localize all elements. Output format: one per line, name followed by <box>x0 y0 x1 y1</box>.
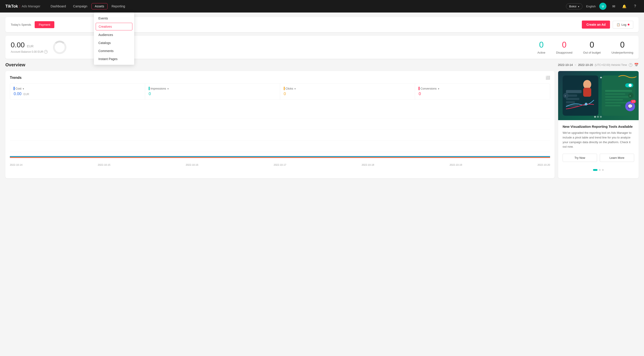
dropdown-catalogs[interactable]: Catalogs <box>94 39 134 47</box>
svg-text:›: › <box>630 94 630 97</box>
side-card-buttons: Try Now Learn More <box>562 154 634 162</box>
nav-dashboard[interactable]: Dashboard <box>48 3 69 9</box>
help-icon[interactable]: ? <box>632 3 639 10</box>
impressions-bar-indicator <box>149 87 150 90</box>
account-balance: Account Balance 0.00 EUR ? <box>11 50 48 54</box>
dropdown-events[interactable]: Events <box>94 14 134 22</box>
side-card-description: We've upgraded the reporting tool on Ads… <box>562 131 634 149</box>
language-selector[interactable]: English <box>586 5 596 8</box>
cost-bar-indicator <box>14 87 14 90</box>
svg-rect-17 <box>605 90 632 92</box>
metric-impressions[interactable]: Impressions 0 <box>145 84 280 99</box>
side-card-image: ✦ ‹ › <box>558 71 639 120</box>
log-dot-indicator <box>628 24 630 25</box>
overview-title: Overview <box>5 62 25 67</box>
svg-point-28 <box>563 93 569 98</box>
try-now-button[interactable]: Try Now <box>562 154 597 162</box>
metric-clicks[interactable]: Clicks 0 <box>280 84 415 99</box>
nav-reporting[interactable]: Reporting <box>108 3 128 9</box>
calendar-icon[interactable]: 📅 <box>634 63 639 67</box>
export-icon[interactable]: ⬜ <box>546 75 550 80</box>
create-ad-button[interactable]: Create an Ad <box>582 20 610 29</box>
tiktok-logo-text: TikTok <box>5 4 18 9</box>
xaxis-label-6: 2022-10-20 <box>538 164 550 166</box>
metric-conversions[interactable]: Conversions 0 <box>415 84 550 99</box>
illustration-svg: ✦ ‹ › <box>558 71 639 120</box>
xaxis-label-3: 2022-10-17 <box>274 164 286 166</box>
two-col-layout: Trends ⬜ Cost 0.00 EUR <box>5 71 639 178</box>
dot-2[interactable] <box>599 169 600 171</box>
conversions-bar-indicator <box>418 87 420 90</box>
stat-out-of-budget: 0 Out of budget <box>583 40 601 54</box>
date-to[interactable]: 2022-10-20 <box>578 63 593 67</box>
slide-dots <box>558 166 639 174</box>
nav-campaign[interactable]: Campaign <box>70 3 90 9</box>
conversions-label: Conversions <box>420 87 436 90</box>
cost-label: Cost <box>16 87 22 90</box>
stats-left: 0.00 EUR Account Balance 0.00 EUR ? <box>11 41 537 54</box>
learn-more-button[interactable]: Learn More <box>600 154 634 162</box>
svg-rect-21 <box>605 102 628 103</box>
stats-right: 0 Active 0 Disapproved 0 Out of budget 0… <box>537 40 633 54</box>
navbar: TikTok : Ads Manager Dashboard Campaign … <box>0 0 644 12</box>
xaxis-label-2: 2022-10-16 <box>186 164 198 166</box>
stat-under-value: 0 <box>620 40 624 50</box>
clicks-bar-indicator <box>284 87 285 90</box>
trend-chart: 2022-10-14 2022-10-15 2022-10-16 2022-10… <box>10 105 550 168</box>
stat-active-label: Active <box>537 51 545 54</box>
chart-svg <box>10 105 550 161</box>
svg-point-34 <box>600 116 602 118</box>
xaxis-label-0: 2022-10-14 <box>10 164 22 166</box>
cost-chevron-icon[interactable] <box>22 87 24 90</box>
conversions-value: 0 <box>418 92 546 96</box>
timezone-label: (UTC+02:00) Helsinki Time <box>595 63 627 67</box>
avatar[interactable]: U <box>599 3 606 10</box>
date-tilde: ~ <box>575 63 576 67</box>
date-range: 2022-10-14 ~ 2022-10-20 (UTC+02:00) Hels… <box>558 63 639 67</box>
dropdown-creatives[interactable]: Creatives <box>96 23 132 30</box>
conversions-chevron-icon[interactable] <box>438 87 439 90</box>
top-bar-right: Create an Ad 📋 Log <box>582 20 633 29</box>
dropdown-audiences[interactable]: Audiences <box>94 31 134 39</box>
dropdown-instant-pages[interactable]: Instant Pages <box>94 55 134 63</box>
spend-value: 0.00 <box>11 41 24 49</box>
donut-chart <box>53 41 66 54</box>
mail-icon[interactable]: ✉ <box>610 3 617 10</box>
balance-help-icon[interactable]: ? <box>44 50 48 54</box>
impressions-chevron-icon[interactable] <box>167 87 168 90</box>
bell-icon[interactable]: 🔔 <box>621 3 628 10</box>
dot-1[interactable] <box>593 169 598 171</box>
impressions-value: 0 <box>149 92 276 96</box>
nav-assets[interactable]: Assets <box>92 3 108 9</box>
assets-dropdown: Events Creatives Audiences Catalogs Comm… <box>94 12 134 65</box>
side-card-title: New Visualization Reporting Tools Availa… <box>562 125 634 128</box>
stat-active-value: 0 <box>539 40 544 50</box>
payment-button[interactable]: Payment <box>35 21 54 28</box>
log-button[interactable]: 📋 Log <box>613 21 633 29</box>
trends-title-row: Trends ⬜ <box>10 75 550 80</box>
today-spends-section: Today's Spends Payment <box>11 21 54 28</box>
dot-3[interactable] <box>602 169 604 171</box>
timezone-help-icon[interactable]: ? <box>629 63 632 67</box>
stat-disapproved-label: Disapproved <box>556 51 572 54</box>
chart-xaxis: 2022-10-14 2022-10-15 2022-10-16 2022-10… <box>10 164 550 166</box>
xaxis-label-5: 2022-10-19 <box>450 164 462 166</box>
stat-active: 0 Active <box>537 40 545 54</box>
metric-cost[interactable]: Cost 0.00 EUR <box>10 84 145 99</box>
spend-amount: 0.00 EUR Account Balance 0.00 EUR ? <box>11 41 48 54</box>
spend-currency: EUR <box>27 44 34 48</box>
svg-point-32 <box>594 116 596 118</box>
trend-metrics: Cost 0.00 EUR Impressions 0 <box>10 83 550 100</box>
dropdown-comments[interactable]: Comments <box>94 47 134 55</box>
clicks-chevron-icon[interactable] <box>294 87 296 90</box>
account-chevron-icon <box>578 5 579 8</box>
account-selector[interactable]: Boksi <box>566 3 583 9</box>
date-from[interactable]: 2022-10-14 <box>558 63 573 67</box>
clicks-label: Clicks <box>286 87 294 90</box>
svg-point-30 <box>628 93 634 98</box>
svg-rect-27 <box>583 88 591 97</box>
stat-budget-label: Out of budget <box>583 51 601 54</box>
ads-manager-label: Ads Manager <box>22 4 40 8</box>
svg-point-26 <box>583 80 591 89</box>
nav-right: Boksi English U ✉ 🔔 ? <box>566 3 639 10</box>
